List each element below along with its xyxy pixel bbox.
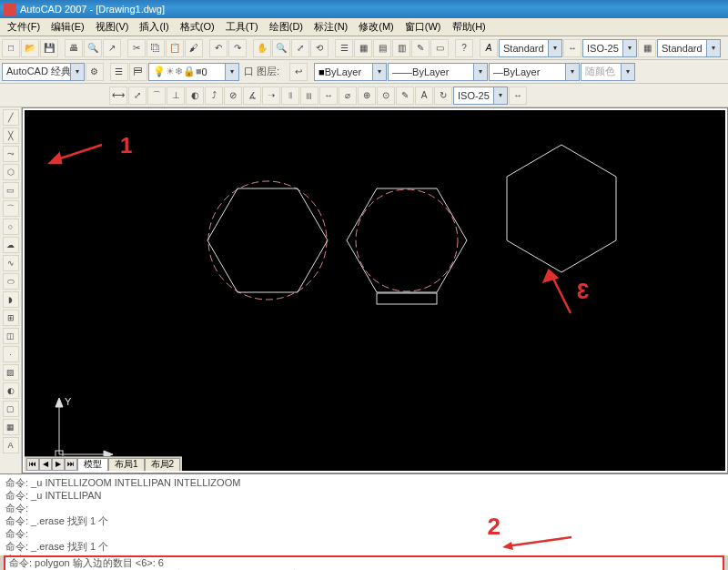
dimstyle-mgr-icon[interactable]: ↔ [509,87,527,105]
dimspace-icon[interactable]: ↔ [319,87,338,105]
layer-states-icon[interactable]: ⛿ [129,63,147,81]
tab-model[interactable]: 模型 [77,458,108,471]
dimtedit-icon[interactable]: A [415,87,433,105]
dim-combo-2[interactable]: ISO-25 [453,87,508,105]
dimedit-icon[interactable]: ✎ [396,87,414,105]
redo-icon[interactable]: ↷ [228,39,247,57]
dc-icon[interactable]: ▦ [354,39,372,57]
menu-edit[interactable]: 编辑(E) [46,20,90,34]
pan-icon[interactable]: ✋ [253,39,271,57]
tool-palette-icon[interactable]: ▤ [373,39,391,57]
menu-tools[interactable]: 工具(T) [220,20,264,34]
tolerance-icon[interactable]: ⊕ [358,87,376,105]
dimaligned-icon[interactable]: ⤢ [128,87,147,105]
point-icon[interactable]: · [3,346,19,362]
cut-icon[interactable]: ✂ [127,39,146,57]
zoom-prev-icon[interactable]: ⟲ [310,39,329,57]
dimjogged-icon[interactable]: ⤴ [205,87,223,105]
ellipse-icon[interactable]: ⬭ [3,273,19,290]
new-icon[interactable]: □ [2,39,20,57]
undo-icon[interactable]: ↶ [209,39,228,57]
copy-icon[interactable]: ⿻ [147,39,165,57]
qdim-icon[interactable]: ➝ [262,87,280,105]
dimarc-icon[interactable]: ⌒ [147,87,166,105]
command-line[interactable]: 命令: polygon 输入边的数目 <6>: 6 指定正多边形的中心点或 [边… [4,555,724,570]
calc-icon[interactable]: ▭ [430,39,449,57]
dimbaseline-icon[interactable]: ⫴ [281,87,299,105]
tab-next-icon[interactable]: ▶ [52,458,65,471]
ssm-icon[interactable]: ▥ [392,39,410,57]
menu-modify[interactable]: 修改(M) [353,20,399,34]
tab-first-icon[interactable]: ⏮ [26,458,39,471]
tab-last-icon[interactable]: ⏭ [65,458,77,471]
rectangle-icon[interactable]: ▭ [3,182,19,198]
layer-prop-icon[interactable]: ☰ [110,63,128,81]
mtext-icon[interactable]: A [3,437,19,453]
dimcontinue-icon[interactable]: ⫼ [300,87,318,105]
lineweight-combo[interactable]: — ByLayer [489,63,580,81]
dim-style-icon[interactable]: ↔ [563,39,581,57]
menu-file[interactable]: 文件(F) [2,20,46,34]
dimdiameter-icon[interactable]: ⊘ [224,87,242,105]
dim-style-combo[interactable]: ISO-25 [582,39,637,57]
properties-icon[interactable]: ☰ [335,39,353,57]
text-style-combo[interactable]: Standard [499,39,562,57]
dimupdate-icon[interactable]: ↻ [434,87,452,105]
ws-gear-icon[interactable]: ⚙ [86,63,104,81]
menu-window[interactable]: 窗口(W) [399,20,447,34]
polygon-icon[interactable]: ⬡ [3,164,19,180]
menu-insert[interactable]: 插入(I) [134,20,174,34]
help-icon[interactable]: ? [455,39,473,57]
plotstyle-combo[interactable]: 随颜色 [581,63,635,81]
menu-view[interactable]: 视图(V) [90,20,135,34]
dimbreak-icon[interactable]: ⌀ [339,87,357,105]
tab-layout1[interactable]: 布局1 [108,458,145,471]
text-style-icon[interactable]: A [480,39,498,57]
ellipsearc-icon[interactable]: ◗ [3,291,19,308]
dimlinear-icon[interactable]: ⟷ [109,87,127,105]
annotation-1: 1 [120,133,132,158]
menu-dim[interactable]: 标注(N) [308,20,353,34]
zoom-rt-icon[interactable]: 🔍 [272,39,290,57]
arc-icon[interactable]: ⌒ [3,200,19,217]
layer-prev-icon[interactable]: ↩ [289,63,308,81]
insertblock-icon[interactable]: ⊞ [3,310,19,326]
publish-icon[interactable]: ↗ [103,39,121,57]
centermark-icon[interactable]: ⊙ [377,87,395,105]
menu-help[interactable]: 帮助(H) [447,20,491,34]
table-style-combo[interactable]: Standard [657,39,721,57]
dimangular-icon[interactable]: ∡ [243,87,261,105]
table-icon[interactable]: ▦ [3,419,19,435]
svg-marker-8 [347,188,467,292]
hatch-icon[interactable]: ▨ [3,364,19,381]
table-style-icon[interactable]: ▦ [638,39,656,57]
markup-icon[interactable]: ✎ [411,39,430,57]
gradient-icon[interactable]: ◐ [3,382,19,399]
color-combo[interactable]: ■ ByLayer [314,63,387,81]
tab-prev-icon[interactable]: ◀ [39,458,52,471]
zoom-win-icon[interactable]: ⤢ [291,39,309,57]
circle-icon[interactable]: ○ [3,219,19,235]
print-icon[interactable]: 🖶 [65,39,83,57]
model-viewport[interactable]: Y X [25,110,725,471]
plot-preview-icon[interactable]: 🔍 [84,39,102,57]
tab-layout2[interactable]: 布局2 [145,458,181,471]
dimordinate-icon[interactable]: ⊥ [167,87,185,105]
open-icon[interactable]: 📂 [21,39,39,57]
linetype-combo[interactable]: —— ByLayer [388,63,488,81]
xline-icon[interactable]: ╳ [3,127,19,144]
pline-icon[interactable]: ⤳ [3,146,19,162]
menu-format[interactable]: 格式(O) [175,20,220,34]
spline-icon[interactable]: ∿ [3,255,19,271]
menu-draw[interactable]: 绘图(D) [264,20,308,34]
workspace-combo[interactable]: AutoCAD 经典 [2,63,85,81]
match-icon[interactable]: 🖌 [185,39,203,57]
paste-icon[interactable]: 📋 [166,39,184,57]
save-icon[interactable]: 💾 [40,39,58,57]
dimradius-icon[interactable]: ◐ [186,87,204,105]
makeblock-icon[interactable]: ◫ [3,328,19,344]
line-icon[interactable]: ╱ [3,109,19,126]
region-icon[interactable]: ▢ [3,401,19,417]
layer-combo[interactable]: 💡☀❄🔒■ 0 [148,63,239,81]
revcloud-icon[interactable]: ☁ [3,237,19,253]
